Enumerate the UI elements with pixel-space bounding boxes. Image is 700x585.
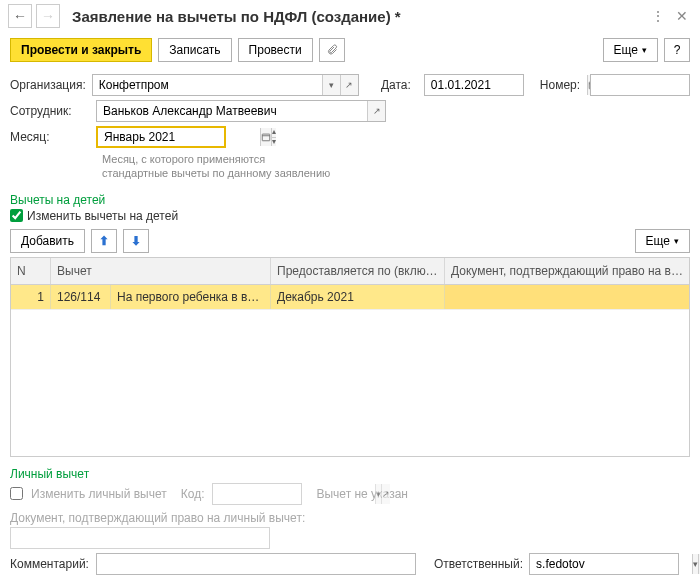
- month-up-button[interactable]: ▴: [271, 128, 276, 137]
- org-label: Организация:: [10, 78, 86, 92]
- org-dropdown-button[interactable]: ▾: [322, 75, 340, 95]
- employee-label: Сотрудник:: [10, 104, 90, 118]
- chevron-down-icon: ▾: [642, 45, 647, 55]
- nav-forward-button[interactable]: →: [36, 4, 60, 28]
- responsible-input[interactable]: [530, 554, 692, 574]
- more-button[interactable]: Еще▾: [603, 38, 658, 62]
- personal-code-input: [213, 484, 375, 504]
- attachment-button[interactable]: [319, 38, 345, 62]
- date-label: Дата:: [381, 78, 418, 92]
- change-personal-checkbox[interactable]: [10, 487, 23, 500]
- table-row[interactable]: 1 126/114 На первого ребенка в возр... Д…: [11, 285, 689, 310]
- cell-desc: На первого ребенка в возр...: [111, 285, 271, 309]
- number-input[interactable]: [591, 75, 700, 95]
- cell-n: 1: [11, 285, 51, 309]
- org-input[interactable]: [93, 75, 322, 95]
- employee-input[interactable]: [97, 101, 367, 121]
- post-and-close-button[interactable]: Провести и закрыть: [10, 38, 152, 62]
- nav-back-button[interactable]: ←: [8, 4, 32, 28]
- change-children-label: Изменить вычеты на детей: [27, 209, 178, 223]
- col-doc[interactable]: Документ, подтверждающий право на вычет: [445, 258, 689, 284]
- month-calendar-button[interactable]: [260, 128, 271, 146]
- month-down-button[interactable]: ▾: [271, 137, 276, 147]
- cell-until: Декабрь 2021: [271, 285, 445, 309]
- calendar-icon: [261, 132, 271, 142]
- move-down-button[interactable]: ⬇: [123, 229, 149, 253]
- responsible-label: Ответственный:: [434, 557, 523, 571]
- personal-code-open: ↗: [381, 484, 390, 504]
- window-menu-icon[interactable]: ⋮: [648, 6, 668, 26]
- comment-input[interactable]: [97, 554, 415, 574]
- employee-open-button[interactable]: ↗: [367, 101, 385, 121]
- col-until[interactable]: Предоставляется по (включительно): [271, 258, 445, 284]
- col-deduction[interactable]: Вычет: [51, 258, 271, 284]
- month-input[interactable]: [98, 128, 260, 146]
- add-row-button[interactable]: Добавить: [10, 229, 85, 253]
- svg-rect-1: [262, 134, 270, 141]
- cell-doc: [445, 285, 689, 309]
- cell-code: 126/114: [51, 285, 111, 309]
- change-personal-label: Изменить личный вычет: [31, 487, 167, 501]
- month-hint-1: Месяц, с которого применяются: [102, 152, 690, 166]
- chevron-down-icon: ▾: [674, 236, 679, 246]
- table-more-button[interactable]: Еще▾: [635, 229, 690, 253]
- personal-doc-label: Документ, подтверждающий право на личный…: [10, 511, 690, 525]
- personal-section-title: Личный вычет: [10, 467, 690, 481]
- number-label: Номер:: [540, 78, 584, 92]
- comment-label: Комментарий:: [10, 557, 90, 571]
- save-button[interactable]: Записать: [158, 38, 231, 62]
- window-title: Заявление на вычеты по НДФЛ (создание) *: [72, 8, 644, 25]
- col-n[interactable]: N: [11, 258, 51, 284]
- personal-code-label: Код:: [181, 487, 205, 501]
- change-children-checkbox[interactable]: [10, 209, 23, 222]
- help-button[interactable]: ?: [664, 38, 690, 62]
- paperclip-icon: [326, 44, 338, 56]
- post-button[interactable]: Провести: [238, 38, 313, 62]
- personal-doc-input: [11, 528, 269, 548]
- move-up-button[interactable]: ⬆: [91, 229, 117, 253]
- children-table: N Вычет Предоставляется по (включительно…: [10, 257, 690, 457]
- month-hint-2: стандартные вычеты по данному заявлению: [102, 166, 690, 180]
- close-icon[interactable]: ✕: [672, 6, 692, 26]
- children-section-title: Вычеты на детей: [10, 193, 690, 207]
- org-open-button[interactable]: ↗: [340, 75, 358, 95]
- month-label: Месяц:: [10, 130, 90, 144]
